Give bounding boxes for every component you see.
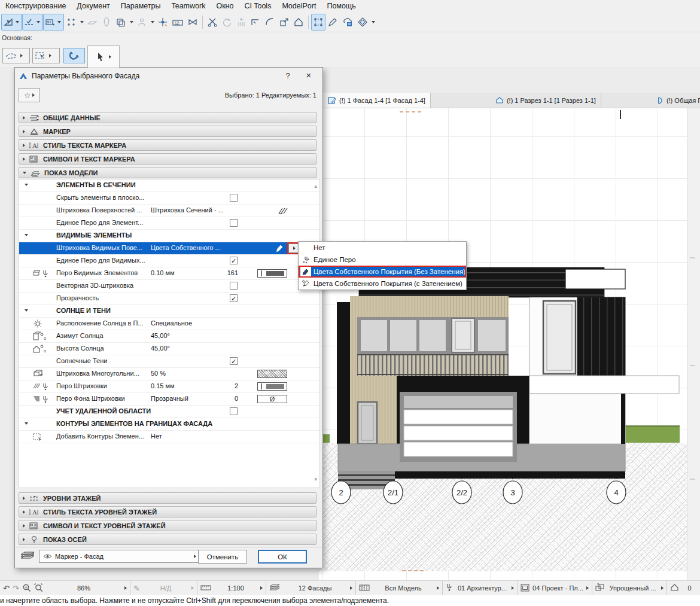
marquee-select-button[interactable]	[311, 14, 325, 31]
arrow-tool-button[interactable]	[1, 14, 22, 31]
popup-item-own-colors-shaded[interactable]: Цвета Собственного Покрытия (с Затенение…	[299, 278, 466, 290]
resize-button[interactable]	[277, 14, 291, 31]
pen-thickness[interactable]: 0.15 мм	[151, 382, 226, 389]
setting-row[interactable]: УЧЕТ УДАЛЕННОЙ ОБЛАСТИ	[19, 406, 319, 418]
null-pen-preview[interactable]: Ø	[257, 395, 287, 403]
layer-value[interactable]: 12 Фасады	[283, 584, 347, 592]
setting-row[interactable]: Добавить Контуры Элемен... Нет	[19, 431, 319, 443]
menu-konstruirovanie[interactable]: Конструирование	[0, 2, 71, 10]
edit-pencil-button[interactable]	[325, 14, 340, 31]
zoom-level[interactable]: 86%	[46, 584, 121, 592]
split-button[interactable]	[205, 14, 220, 31]
view-settings-arrow[interactable]	[586, 586, 589, 590]
setting-row[interactable]: Расположение Солнца в П... Специальное	[19, 318, 319, 330]
setting-value[interactable]: Цвета Собственного ...	[151, 244, 226, 251]
menu-pomosch[interactable]: Помощь	[321, 2, 361, 10]
section-marker[interactable]: МАРКЕР	[19, 126, 316, 137]
popup-item-none[interactable]: Нет	[299, 242, 466, 254]
tab-section-1-1[interactable]: (!) 1 Разрез 1-1 [1 Разрез 1-1]	[491, 93, 601, 108]
pen-preview[interactable]	[257, 382, 287, 391]
section-marker-text-style[interactable]: A СТИЛЬ ТЕКСТА МАРКЕРА	[19, 139, 316, 151]
setting-row[interactable]: Перо Фона Штриховки Прозрачный 0 Ø	[19, 393, 319, 406]
stretch-button[interactable]	[185, 14, 200, 31]
close-icon[interactable]: ×	[303, 70, 314, 80]
lasso-marquee-button[interactable]	[2, 48, 30, 63]
section-marker-symbol-text[interactable]: СИМВОЛ И ТЕКСТ МАРКЕРА	[19, 153, 316, 165]
checkbox[interactable]: ✓	[230, 294, 238, 302]
subsection-row[interactable]: ВИДИМЫЕ ЭЛЕМЕНТЫ	[19, 230, 319, 242]
tab-3d-view[interactable]: (!) Общая Пе	[650, 93, 700, 108]
frames-dropdown[interactable]	[128, 21, 135, 23]
tab-elevation-1-4[interactable]: (!) 1 Фасад 1-4 [1 Фасад 1-4]	[323, 93, 431, 108]
pen-set-arrow[interactable]	[512, 586, 514, 590]
subsection-row[interactable]: КОНТУРЫ ЭЛЕМЕНТОВ НА ГРАНИЦАХ ФАСАДА	[19, 418, 319, 431]
checkbox[interactable]	[230, 194, 238, 202]
setting-row[interactable]: Скрыть элементы в плоско...	[19, 192, 319, 205]
layer-menu-arrow[interactable]	[350, 586, 352, 590]
zoom-menu-arrow[interactable]	[124, 586, 127, 590]
measure-tool-button[interactable]	[22, 14, 43, 31]
magnet-snap-button[interactable]	[63, 48, 85, 63]
setting-value[interactable]: 45,00°	[151, 332, 226, 339]
cursor-tool-button[interactable]	[87, 45, 120, 68]
scale-value[interactable]: 1:100	[214, 584, 257, 592]
scroll-up-icon[interactable]: ▴	[314, 183, 317, 189]
profile-dropdown[interactable]	[149, 21, 156, 23]
setting-row[interactable]: α Высота Солнца 45,00°	[19, 343, 319, 355]
setting-row[interactable]: Перо Видимых Элементов 0.10 мм 161	[19, 267, 319, 280]
subsection-row[interactable]: ЭЛЕМЕНТЫ В СЕЧЕНИИ	[19, 179, 319, 192]
surfaces-button[interactable]	[355, 14, 370, 31]
rect-marquee-button[interactable]	[32, 48, 60, 63]
checkbox[interactable]	[230, 282, 238, 290]
setting-value[interactable]: Штриховка Сечений - ...	[151, 206, 226, 214]
help-button[interactable]: ?	[283, 71, 293, 80]
frames-button[interactable]	[114, 14, 128, 31]
shadow-fill-preview[interactable]	[257, 370, 287, 378]
section-story-levels[interactable]: УРОВНИ ЭТАЖЕЙ	[19, 492, 316, 504]
model-filter-value[interactable]: Вся Модель	[373, 584, 434, 592]
section-story-level-symbol-text[interactable]: СИМВОЛ И ТЕКСТ УРОВНЕЙ ЭТАЖЕЙ	[19, 520, 316, 531]
section-general-data[interactable]: ОБЩИЕ ДАННЫЕ	[19, 112, 316, 123]
menu-dokument[interactable]: Документ	[71, 2, 115, 10]
dimension-button[interactable]: 12	[170, 14, 185, 31]
arrow-tool-dropdown[interactable]	[14, 21, 20, 23]
menu-ci-tools[interactable]: CI Tools	[239, 2, 276, 10]
scale-menu-arrow[interactable]	[260, 586, 263, 590]
layer-combo[interactable]: Маркер - Фасад	[39, 550, 200, 563]
menu-parametry[interactable]: Параметры	[115, 2, 166, 10]
coordinate-tool-button[interactable]	[43, 14, 64, 31]
setting-row[interactable]: Векторная 3D-штриховка	[19, 280, 319, 293]
menu-teamwork[interactable]: Teamwork	[166, 2, 211, 10]
zoom-fit-icon[interactable]	[34, 583, 43, 593]
trim-button[interactable]	[248, 14, 263, 31]
setting-row-selected[interactable]: Штриховка Видимых Пове... Цвета Собствен…	[19, 242, 319, 255]
setting-value[interactable]: Специальное	[151, 319, 226, 327]
pen-thickness[interactable]: 0.10 мм	[151, 269, 226, 276]
section-story-level-text-style[interactable]: A СТИЛЬ ТЕКСТА УРОВНЕЙ ЭТАЖЕЙ	[19, 506, 316, 517]
model-filter-arrow[interactable]	[437, 586, 439, 590]
popup-item-own-colors-unshaded[interactable]: Цвета Собственного Покрытия (Без Затенен…	[299, 266, 466, 278]
pen-number[interactable]: 161	[217, 269, 238, 276]
pen-set-value[interactable]: 01 Архитектур...	[456, 584, 509, 592]
setting-row[interactable]: Солнечные Тени ✓	[19, 355, 319, 368]
setting-row[interactable]: Перо Штриховки 0.15 мм 2	[19, 380, 319, 393]
popup-item-uniform-pen[interactable]: Единое Перо	[299, 254, 466, 266]
zoom-in-icon[interactable]	[22, 583, 31, 593]
undo-icon[interactable]: ↶	[3, 584, 10, 593]
surfaces-dropdown[interactable]	[370, 21, 376, 23]
view-settings-value[interactable]: 04 Проект - Пл...	[532, 584, 583, 592]
overrides-value[interactable]: Упрощенный ...	[607, 584, 658, 592]
checkbox[interactable]	[230, 407, 238, 415]
checkbox[interactable]: ✓	[230, 357, 238, 365]
setting-value[interactable]: Нет	[151, 433, 226, 440]
setting-value[interactable]: 45,00°	[151, 345, 226, 352]
setting-value[interactable]: Прозрачный	[151, 395, 226, 402]
survey-point-button[interactable]	[156, 14, 170, 31]
pen-preview[interactable]	[257, 269, 287, 278]
checkbox[interactable]: ✓	[230, 257, 238, 264]
checkbox[interactable]	[230, 219, 238, 227]
orientation-value[interactable]: Н/Д	[143, 584, 188, 592]
fillet-button[interactable]	[263, 14, 277, 31]
grid-snap-dropdown[interactable]	[78, 21, 85, 23]
overrides-arrow[interactable]	[661, 586, 664, 590]
